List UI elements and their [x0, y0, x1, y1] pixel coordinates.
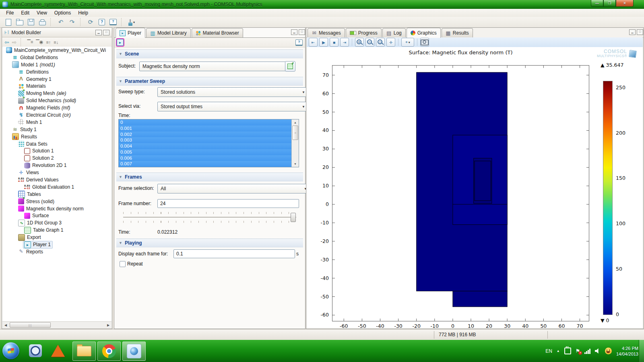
dropdown-caret-icon[interactable]: ▾: [133, 21, 135, 24]
start-button[interactable]: [2, 342, 19, 359]
action-center-flag-icon[interactable]: ⚑: [576, 348, 580, 354]
print-button[interactable]: [38, 18, 47, 27]
tree-item[interactable]: Player 1: [2, 241, 111, 248]
panel-minimize-button[interactable]: ▁: [95, 30, 102, 35]
tree-item[interactable]: Derived Values: [2, 176, 111, 183]
open-file-button[interactable]: [15, 18, 24, 27]
tab-results[interactable]: ▦ Results: [442, 28, 473, 37]
tab-graphics[interactable]: Graphics: [407, 28, 441, 38]
time-list-item[interactable]: 0.001: [119, 125, 299, 132]
scroll-down-arrow-icon[interactable]: ▼: [294, 161, 297, 167]
tree-item[interactable]: Study 1: [2, 126, 111, 133]
tree-item[interactable]: Moving Mesh(ale): [2, 90, 111, 97]
vertical-scrollbar[interactable]: ▲ ≡ ▼: [291, 119, 299, 167]
tree-item[interactable]: Table Graph 1: [2, 226, 111, 234]
scroll-up-arrow-icon[interactable]: ▲: [294, 119, 297, 125]
zoom-in-button[interactable]: +: [355, 38, 364, 47]
back-arrow-button[interactable]: ⇦: [4, 39, 9, 45]
taskbar-matlab[interactable]: [51, 343, 65, 359]
new-file-button[interactable]: [4, 18, 13, 27]
panel-minimize-button[interactable]: ▁: [629, 29, 636, 35]
playing-section-header[interactable]: ▼ Playing: [116, 239, 303, 247]
taskbar-explorer[interactable]: [72, 341, 96, 361]
player-node-icon[interactable]: [117, 39, 124, 46]
surface-plot[interactable]: -60-50-40-30-20-10010203040506070-60-50-…: [332, 65, 589, 321]
language-indicator[interactable]: EN: [545, 348, 552, 354]
stop-button[interactable]: ■: [330, 38, 339, 47]
redo-button[interactable]: ↷: [68, 18, 76, 27]
image-snapshot-button[interactable]: [420, 38, 429, 47]
tree-item[interactable]: Views: [2, 169, 111, 176]
panel-maximize-button[interactable]: □: [637, 29, 643, 35]
time-list-item[interactable]: 0.003: [119, 137, 299, 143]
tree-item[interactable]: Model 1(mod1): [2, 61, 111, 68]
volume-icon[interactable]: [595, 348, 601, 354]
scrollbar-thumb[interactable]: ≡: [292, 125, 298, 140]
panel-maximize-button[interactable]: □: [299, 29, 305, 35]
menu-options[interactable]: Options: [51, 9, 74, 17]
show-desktop-button[interactable]: [639, 340, 644, 362]
time-selection-list[interactable]: 00.0010.0020.0030.0040.0050.0060.007 ▲ ≡…: [118, 119, 299, 167]
repeat-checkbox[interactable]: [120, 261, 126, 267]
help-button[interactable]: ?: [97, 18, 106, 27]
view-orientation-button[interactable]: ⌖▾: [401, 38, 414, 47]
tree-item[interactable]: Results: [2, 133, 111, 140]
move-up-button[interactable]: ≡↑: [46, 40, 51, 45]
close-window-button[interactable]: ✕: [616, 0, 634, 7]
documentation-button[interactable]: ?: [109, 18, 118, 27]
last-frame-button[interactable]: ⇥: [340, 38, 349, 47]
tree-item[interactable]: Reports: [2, 248, 111, 255]
first-frame-button[interactable]: ⇤: [309, 38, 318, 47]
go-to-source-button[interactable]: [285, 61, 295, 72]
taskbar-comsol[interactable]: [122, 341, 146, 361]
time-list-item[interactable]: 0.006: [119, 155, 299, 161]
tab-model-library[interactable]: ▥ Model Library: [146, 28, 191, 37]
time-list-item[interactable]: 0.004: [119, 143, 299, 149]
tree-item[interactable]: Revolution 2D 1: [2, 162, 111, 169]
tree-item[interactable]: Magnetic Fields(mf): [2, 104, 111, 111]
tree-item[interactable]: Definitions: [2, 68, 111, 76]
restore-window-button[interactable]: ❐: [603, 0, 616, 7]
hidden-icons-chevron-icon[interactable]: ▲: [557, 349, 560, 353]
frame-number-input[interactable]: [157, 199, 299, 208]
tree-item[interactable]: Materials: [2, 82, 111, 90]
save-button[interactable]: [27, 18, 35, 27]
move-down-button[interactable]: ≡↓: [54, 40, 58, 45]
forward-arrow-button[interactable]: ⇨: [12, 39, 17, 45]
graphics-canvas[interactable]: Surface: Magnetic flux density norm (T) …: [307, 47, 643, 328]
tree-item[interactable]: Solution 2: [2, 154, 111, 162]
collapse-all-button[interactable]: ▔≡: [27, 39, 33, 45]
tree-item[interactable]: Solid Mechanics(solid): [2, 97, 111, 104]
subject-combobox[interactable]: Magnetic flux density norm ▼: [139, 62, 294, 71]
panel-maximize-button[interactable]: □: [103, 30, 109, 35]
tab-material-browser[interactable]: Material Browser: [192, 28, 243, 37]
frame-slider-track[interactable]: [123, 217, 296, 218]
undo-button[interactable]: ↶: [56, 18, 65, 27]
help-documentation-icon[interactable]: ?: [295, 39, 303, 46]
taskbar-media-player[interactable]: [28, 343, 43, 359]
minimize-window-button[interactable]: —: [591, 0, 603, 7]
show-options-button[interactable]: ▔◉: [36, 39, 43, 45]
dropdown-caret-icon[interactable]: ▾: [409, 41, 410, 44]
scene-section-header[interactable]: ▼ Scene: [116, 49, 303, 58]
menu-view[interactable]: View: [33, 9, 51, 17]
tab-log[interactable]: ▤ Log: [382, 28, 406, 37]
tree-item[interactable]: Tables: [2, 191, 111, 198]
tab-progress[interactable]: Progress: [346, 28, 382, 37]
play-button[interactable]: ▶: [319, 38, 328, 47]
tree-item[interactable]: Global Evaluation 1: [2, 183, 111, 191]
zoom-out-button[interactable]: −: [365, 38, 374, 47]
menu-help[interactable]: Help: [74, 9, 92, 17]
parameter-sweep-section-header[interactable]: ▼ Parameter Sweep: [116, 77, 303, 86]
taskbar-chrome[interactable]: [97, 341, 121, 361]
time-list-item[interactable]: 0.007: [119, 161, 299, 167]
network-signal-icon[interactable]: [584, 348, 590, 354]
tree-item[interactable]: Geometry 1: [2, 76, 111, 83]
tree-item[interactable]: Stress (solid): [2, 198, 111, 205]
tree-item[interactable]: Surface: [2, 212, 111, 219]
time-list-item[interactable]: 0: [119, 119, 299, 125]
time-list-item[interactable]: 0.002: [119, 132, 299, 138]
tree-item[interactable]: Solution 1: [2, 147, 111, 154]
tree-item[interactable]: 1D Plot Group 3: [2, 219, 111, 226]
select-via-combobox[interactable]: Stored output times ▼: [157, 102, 308, 111]
